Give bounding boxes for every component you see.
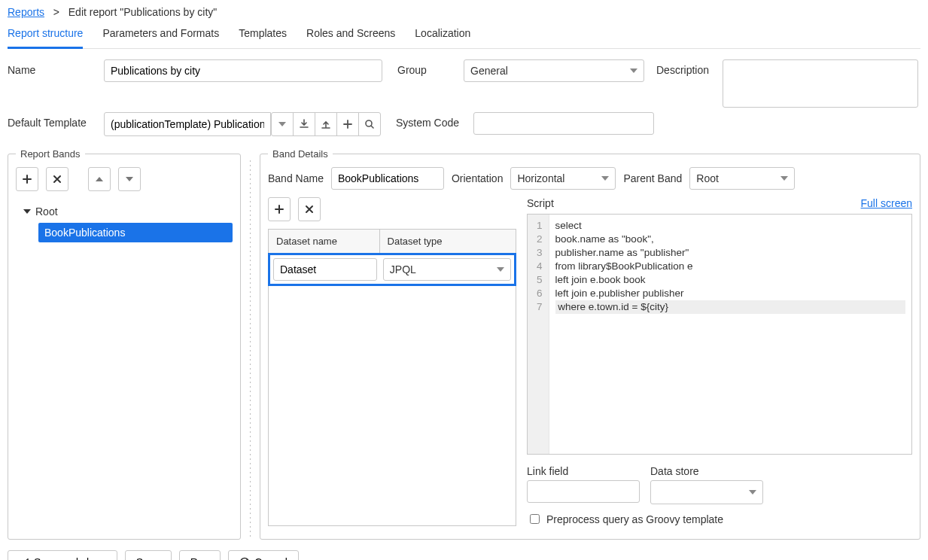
default-template-input[interactable] xyxy=(104,112,271,136)
report-bands-legend: Report Bands xyxy=(16,148,85,160)
tab-parameters-formats[interactable]: Parameters and Formats xyxy=(102,23,219,48)
search-icon xyxy=(364,119,375,129)
cancel-button[interactable]: Cancel xyxy=(228,550,299,560)
dataset-type-select[interactable]: JPQL xyxy=(383,258,511,281)
report-bands-panel: Report Bands Root BookPublications xyxy=(8,148,241,540)
chevron-down-icon xyxy=(601,176,609,181)
close-icon xyxy=(305,205,314,214)
breadcrumb-current: Edit report "Publications by city" xyxy=(68,6,217,18)
parent-band-select[interactable]: Root xyxy=(689,167,795,190)
close-icon xyxy=(53,175,62,184)
band-name-input[interactable] xyxy=(331,167,444,190)
band-details-panel: Band Details Band Name Orientation Horiz… xyxy=(260,148,920,540)
band-move-up-button[interactable] xyxy=(88,167,111,191)
dataset-table: Dataset name Dataset type JPQL xyxy=(268,229,516,526)
data-store-select[interactable] xyxy=(650,480,763,504)
chevron-down-icon xyxy=(749,490,756,495)
tree-root-label: Root xyxy=(35,205,58,218)
run-label: Run xyxy=(190,556,210,560)
chevron-down-icon xyxy=(630,68,637,73)
check-icon xyxy=(19,557,29,560)
plus-icon xyxy=(23,175,32,184)
link-field-label: Link field xyxy=(527,465,640,477)
link-field-input[interactable] xyxy=(527,480,640,503)
orientation-label: Orientation xyxy=(452,172,503,184)
parent-band-label: Parent Band xyxy=(623,172,682,184)
dataset-name-header[interactable]: Dataset name xyxy=(269,230,380,253)
tree-child-label: BookPublications xyxy=(44,227,125,239)
save-button[interactable]: Save xyxy=(125,550,172,560)
plus-icon xyxy=(343,120,352,129)
caret-up-icon xyxy=(96,177,103,181)
tabs: Report structure Parameters and Formats … xyxy=(8,23,920,49)
bands-tree: Root BookPublications xyxy=(16,202,233,242)
dataset-type-header[interactable]: Dataset type xyxy=(380,230,516,253)
breadcrumb-separator: > xyxy=(50,6,62,18)
dataset-name-input[interactable] xyxy=(273,258,377,281)
name-label: Name xyxy=(8,59,98,76)
save-and-close-button[interactable]: Save and close xyxy=(8,550,117,560)
tree-node-bookpublications[interactable]: BookPublications xyxy=(38,223,233,242)
chevron-down-icon xyxy=(780,176,788,181)
tree-caret-icon xyxy=(23,209,31,214)
cancel-icon xyxy=(239,557,250,560)
chevron-down-icon xyxy=(278,122,286,126)
breadcrumb: Reports > Edit report "Publications by c… xyxy=(8,6,920,18)
dataset-remove-button[interactable] xyxy=(298,197,321,221)
preprocess-label: Preprocess query as Groovy template xyxy=(546,513,723,525)
band-details-legend: Band Details xyxy=(268,148,333,160)
band-move-down-button[interactable] xyxy=(118,167,141,191)
download-icon xyxy=(299,119,309,129)
default-template-label: Default Template xyxy=(8,112,98,129)
save-and-close-label: Save and close xyxy=(34,556,106,560)
template-search-button[interactable] xyxy=(358,112,381,136)
cancel-label: Cancel xyxy=(254,556,288,560)
fullscreen-link[interactable]: Full screen xyxy=(861,197,912,209)
upload-icon xyxy=(321,119,331,129)
orientation-select[interactable]: Horizontal xyxy=(510,167,616,190)
run-button[interactable]: Run xyxy=(179,550,221,560)
save-label: Save xyxy=(136,556,160,560)
script-editor[interactable]: 1234567 selectbook.name as "book",publis… xyxy=(527,214,912,455)
tab-localization[interactable]: Localization xyxy=(415,23,470,48)
description-label: Description xyxy=(656,59,717,76)
script-label: Script xyxy=(527,197,554,209)
group-select[interactable]: General xyxy=(464,59,644,82)
template-add-button[interactable] xyxy=(336,112,359,136)
band-remove-button[interactable] xyxy=(46,167,68,191)
panel-divider[interactable] xyxy=(250,160,251,540)
template-upload-button[interactable] xyxy=(315,112,337,136)
tree-root-node[interactable]: Root xyxy=(16,202,233,221)
tab-templates[interactable]: Templates xyxy=(239,23,287,48)
description-textarea[interactable] xyxy=(723,59,918,108)
editor-gutter: 1234567 xyxy=(528,215,549,454)
orientation-value: Horizontal xyxy=(517,172,564,184)
breadcrumb-root-link[interactable]: Reports xyxy=(8,6,44,18)
editor-code[interactable]: selectbook.name as "book",publisher.name… xyxy=(549,215,911,454)
dataset-row[interactable]: JPQL xyxy=(268,253,516,286)
chevron-down-icon xyxy=(497,267,504,272)
group-value: General xyxy=(470,65,508,77)
band-name-label: Band Name xyxy=(268,172,324,184)
dataset-type-value: JPQL xyxy=(390,263,416,275)
band-add-button[interactable] xyxy=(16,167,38,191)
preprocess-checkbox[interactable] xyxy=(530,514,540,524)
system-code-label: System Code xyxy=(396,112,467,129)
data-store-label: Data store xyxy=(650,465,763,477)
parent-band-value: Root xyxy=(696,172,719,184)
caret-down-icon xyxy=(126,177,133,181)
dataset-add-button[interactable] xyxy=(268,197,291,221)
template-download-button[interactable] xyxy=(293,112,315,136)
tab-roles-screens[interactable]: Roles and Screens xyxy=(306,23,395,48)
template-dropdown-button[interactable] xyxy=(271,112,294,136)
system-code-input[interactable] xyxy=(473,112,654,135)
tab-report-structure[interactable]: Report structure xyxy=(8,23,83,49)
name-input[interactable] xyxy=(104,59,382,82)
plus-icon xyxy=(275,205,284,214)
group-label: Group xyxy=(397,59,458,76)
